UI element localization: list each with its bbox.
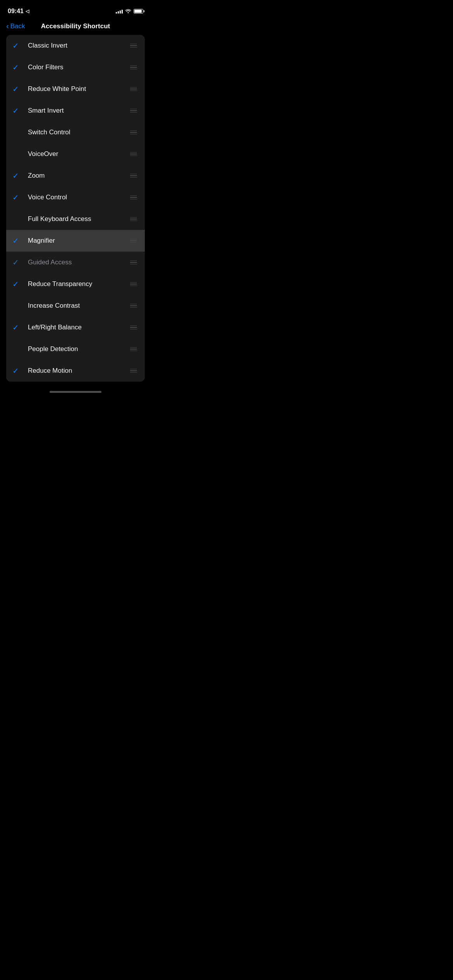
item-label-reduce-motion: Reduce Motion [28,367,129,375]
drag-handle-voiceover[interactable] [129,151,139,158]
list-item-reduce-transparency[interactable]: ✓Reduce Transparency [6,273,145,295]
checkmark-reduce-white-point: ✓ [12,84,28,94]
checkmark-left-right-balance: ✓ [12,323,28,332]
item-label-full-keyboard-access: Full Keyboard Access [28,215,129,223]
back-chevron-icon: ‹ [6,22,9,31]
item-label-zoom: Zoom [28,172,129,180]
drag-handle-full-keyboard-access[interactable] [129,216,139,223]
checkmark-reduce-motion: ✓ [12,366,28,375]
drag-handle-people-detection[interactable] [129,346,139,353]
back-label: Back [10,22,25,30]
drag-handle-guided-access[interactable] [129,259,139,266]
checkmark-zoom: ✓ [12,171,28,180]
battery-fill [134,10,142,13]
drag-handle-reduce-white-point[interactable] [129,86,139,93]
checkmark-classic-invert: ✓ [12,41,28,50]
item-label-guided-access: Guided Access [28,259,129,266]
drag-handle-reduce-transparency[interactable] [129,281,139,288]
list-item-people-detection[interactable]: People Detection [6,338,145,360]
item-label-voice-control: Voice Control [28,194,129,201]
accessibility-shortcut-list: ✓Classic Invert✓Color Filters✓Reduce Whi… [6,35,145,382]
list-item-reduce-motion[interactable]: ✓Reduce Motion [6,360,145,382]
list-item-guided-access[interactable]: ✓Guided Access [6,252,145,273]
page-title: Accessibility Shortcut [41,22,110,30]
drag-handle-color-filters[interactable] [129,64,139,71]
item-label-magnifier: Magnifier [28,237,129,245]
item-label-reduce-white-point: Reduce White Point [28,85,129,93]
drag-handle-reduce-motion[interactable] [129,367,139,375]
list-item-increase-contrast[interactable]: Increase Contrast [6,295,145,317]
item-label-classic-invert: Classic Invert [28,42,129,50]
item-label-switch-control: Switch Control [28,128,129,136]
list-item-switch-control[interactable]: Switch Control [6,122,145,143]
drag-handle-voice-control[interactable] [129,194,139,201]
location-icon: ◁ [26,9,29,14]
signal-bar-4 [122,10,123,14]
list-item-classic-invert[interactable]: ✓Classic Invert [6,35,145,57]
checkmark-guided-access: ✓ [12,258,28,267]
signal-bar-3 [120,10,121,14]
signal-bar-2 [118,11,119,14]
status-icons [116,8,143,14]
list-item-left-right-balance[interactable]: ✓Left/Right Balance [6,317,145,338]
drag-handle-smart-invert[interactable] [129,107,139,115]
list-item-magnifier[interactable]: ✓Magnifier [6,230,145,252]
item-label-left-right-balance: Left/Right Balance [28,324,129,331]
list-item-voice-control[interactable]: ✓Voice Control [6,187,145,208]
home-indicator [0,388,151,396]
drag-handle-left-right-balance[interactable] [129,324,139,331]
item-label-color-filters: Color Filters [28,63,129,71]
back-button[interactable]: ‹ Back [6,22,25,31]
list-item-voiceover[interactable]: VoiceOver [6,143,145,165]
list-item-color-filters[interactable]: ✓Color Filters [6,57,145,78]
signal-strength [116,9,123,14]
drag-handle-magnifier[interactable] [129,237,139,245]
drag-handle-zoom[interactable] [129,172,139,180]
battery-icon [134,9,143,14]
checkmark-color-filters: ✓ [12,63,28,72]
list-item-smart-invert[interactable]: ✓Smart Invert [6,100,145,122]
item-label-reduce-transparency: Reduce Transparency [28,280,129,288]
list-item-full-keyboard-access[interactable]: Full Keyboard Access [6,208,145,230]
time-display: 09:41 [8,8,24,15]
nav-header: ‹ Back Accessibility Shortcut [0,19,151,35]
item-label-people-detection: People Detection [28,345,129,353]
checkmark-magnifier: ✓ [12,236,28,245]
signal-bar-1 [116,12,117,14]
drag-handle-switch-control[interactable] [129,129,139,136]
item-label-voiceover: VoiceOver [28,150,129,158]
home-bar [50,391,101,393]
item-label-smart-invert: Smart Invert [28,107,129,115]
status-time: 09:41 ◁ [8,8,29,15]
list-item-zoom[interactable]: ✓Zoom [6,165,145,187]
checkmark-voice-control: ✓ [12,193,28,202]
wifi-icon [125,8,131,14]
drag-handle-increase-contrast[interactable] [129,302,139,310]
item-label-increase-contrast: Increase Contrast [28,302,129,310]
list-item-reduce-white-point[interactable]: ✓Reduce White Point [6,78,145,100]
checkmark-smart-invert: ✓ [12,106,28,115]
checkmark-reduce-transparency: ✓ [12,279,28,289]
drag-handle-classic-invert[interactable] [129,42,139,50]
status-bar: 09:41 ◁ [0,0,151,19]
